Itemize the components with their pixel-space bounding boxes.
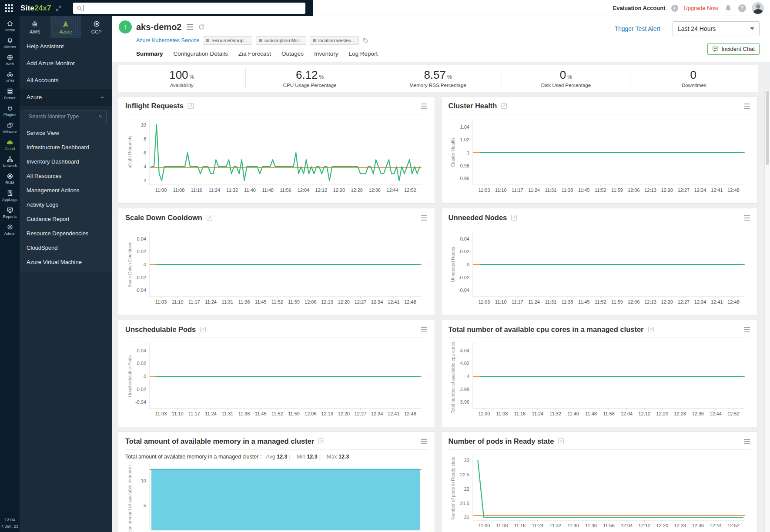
hamburger-menu-icon[interactable]: [186, 24, 194, 30]
site24x7-logo[interactable]: Site24x7: [20, 4, 51, 13]
scrollbar-thumb[interactable]: [766, 91, 769, 165]
chart-menu-icon[interactable]: [743, 215, 750, 221]
tab-configuration-details[interactable]: Configuration Details: [174, 50, 228, 60]
monitor-search-input[interactable]: [29, 114, 99, 120]
tab-azure[interactable]: Azure: [50, 16, 81, 38]
tab-gcp[interactable]: GCP: [81, 16, 112, 38]
menu-item-inventory-dashboard[interactable]: Inventory Dashboard: [20, 154, 112, 169]
announcement-bell-icon[interactable]: [724, 4, 733, 13]
globe-icon: [7, 54, 13, 61]
chart-menu-icon[interactable]: [743, 327, 750, 333]
sidebar-item-reports[interactable]: Reports: [0, 204, 20, 221]
sidebar-item-rum[interactable]: RUM: [0, 171, 20, 187]
time-range-select[interactable]: Last 24 Hours: [673, 21, 760, 36]
menu-item-management-actions[interactable]: Management Actions: [20, 183, 112, 197]
monitor-search[interactable]: [25, 110, 107, 123]
svg-text:12:44: 12:44: [710, 411, 722, 416]
global-search[interactable]: [73, 3, 305, 14]
sidebar-item-label: APM: [6, 79, 14, 83]
menu-item-help-assistant[interactable]: Help Assistant: [20, 38, 112, 55]
tab-inventory[interactable]: Inventory: [314, 50, 338, 60]
expand-chart-icon[interactable]: [648, 326, 654, 333]
sidebar-item-admin[interactable]: Admin: [0, 221, 20, 238]
expand-chart-icon[interactable]: [511, 214, 517, 221]
expand-chart-icon[interactable]: [187, 103, 194, 109]
sidebar-item-home[interactable]: Home: [0, 18, 20, 35]
upgrade-link[interactable]: Upgrade Now: [684, 5, 719, 11]
menu-item-all-resources[interactable]: All Resources: [20, 169, 112, 183]
sidebar-item-web[interactable]: Web: [0, 52, 20, 69]
tab-aws[interactable]: AWS: [20, 16, 50, 38]
sidebar-item-applogs[interactable]: AppLogs: [0, 187, 20, 204]
tab-log-report[interactable]: Log Report: [348, 50, 378, 60]
vertical-scrollbar[interactable]: [764, 90, 770, 532]
tag-chip-resourcegroup[interactable]: resourceGroup:...: [203, 36, 252, 45]
tag-icon[interactable]: [362, 37, 369, 44]
svg-text:12:48: 12:48: [727, 187, 740, 193]
menu-item-service-view[interactable]: Service View: [20, 126, 112, 140]
svg-text:12:34: 12:34: [694, 187, 706, 193]
stats-band: 100% Availability 6.12% CPU Usage Percen…: [118, 65, 758, 92]
menu-item-infrastructure-dashboard[interactable]: Infrastructure Dashboard: [20, 140, 112, 154]
menu-item-resource-dependencies[interactable]: Resource Dependencies: [20, 226, 112, 241]
azure-icon: [62, 20, 70, 28]
tag-chip-location[interactable]: location:westeu...: [310, 36, 359, 45]
stat-suffix: %: [567, 74, 572, 80]
avatar[interactable]: [752, 2, 764, 14]
chart-menu-icon[interactable]: [421, 327, 428, 333]
info-icon[interactable]: i: [671, 5, 678, 12]
chart-menu-icon[interactable]: [421, 103, 428, 109]
service-type-link[interactable]: Azure Kubernetes Service: [136, 37, 199, 43]
svg-text:12:27: 12:27: [355, 299, 367, 304]
sidebar-item-plugins[interactable]: Plugins: [0, 103, 20, 120]
expand-chart-icon[interactable]: [318, 438, 325, 445]
menu-item-all-accounts[interactable]: All Accounts: [20, 72, 112, 89]
svg-text:12:20: 12:20: [333, 187, 345, 193]
expand-chart-icon[interactable]: [501, 103, 507, 109]
sidebar-item-network[interactable]: Network: [0, 154, 20, 171]
expand-chart-icon[interactable]: [206, 214, 213, 221]
trigger-test-alert-link[interactable]: Trigger Test Alert: [615, 25, 660, 32]
sidebar-item-apm[interactable]: APM: [0, 69, 20, 86]
menu-item-cloudspend[interactable]: CloudSpend: [20, 241, 112, 255]
menu-item-add-azure-monitor[interactable]: Add Azure Monitor: [20, 55, 112, 72]
help-icon[interactable]: ?: [738, 4, 746, 12]
svg-text:12:28: 12:28: [674, 411, 686, 416]
tab-summary[interactable]: Summary: [136, 50, 163, 60]
expand-icon[interactable]: [56, 5, 62, 11]
svg-text:12:13: 12:13: [321, 299, 333, 304]
server-icon: [7, 88, 13, 95]
clock-date: 4 Jun, 23: [0, 523, 20, 529]
section-label: Azure: [27, 94, 42, 100]
chart-menu-icon[interactable]: [421, 215, 428, 221]
chart-menu-icon[interactable]: [743, 103, 750, 109]
svg-text:6: 6: [144, 150, 146, 155]
menu-item-guidance-report[interactable]: Guidance Report: [20, 212, 112, 226]
sidebar-item-vmware[interactable]: VMware: [0, 120, 20, 137]
secondary-sidebar: AWS Azure GCP Help Assistant Add Azure M…: [20, 16, 112, 532]
global-search-input[interactable]: [84, 5, 302, 11]
menu-item-azure-virtual-machine[interactable]: Azure Virtual Machine: [20, 255, 112, 269]
expand-chart-icon[interactable]: [558, 438, 564, 445]
svg-text:11:31: 11:31: [221, 299, 233, 304]
presentation-icon: [7, 207, 13, 214]
sidebar-item-cloud[interactable]: Cloud: [0, 137, 20, 154]
incident-chat-button[interactable]: Incident Chat: [707, 43, 760, 55]
incident-chat-label: Incident Chat: [721, 46, 755, 52]
svg-text:11:38: 11:38: [561, 299, 573, 304]
chart-plot: -0.04-0.0200.020.04Unschedulable Pods11:…: [125, 340, 428, 419]
sidebar-item-alarms[interactable]: Alarms: [0, 35, 20, 52]
tag-chip-subscription[interactable]: subscription:Mic...: [256, 36, 306, 45]
chart-menu-icon[interactable]: [421, 438, 428, 445]
menu-section-azure[interactable]: Azure: [20, 89, 112, 106]
apps-grid-icon[interactable]: [5, 4, 13, 13]
tab-outages[interactable]: Outages: [281, 50, 304, 60]
refresh-icon[interactable]: [198, 23, 205, 30]
chart-menu-icon[interactable]: [743, 438, 750, 445]
primary-sidebar: Home Alarms Web APM Server Plugins VMwar…: [0, 16, 20, 532]
sidebar-item-server[interactable]: Server: [0, 86, 20, 103]
sidebar-item-label: Plugins: [3, 113, 17, 117]
tab-zia-forecast[interactable]: Zia Forecast: [238, 50, 271, 60]
expand-chart-icon[interactable]: [200, 326, 206, 333]
menu-item-activity-logs[interactable]: Activity Logs: [20, 197, 112, 212]
